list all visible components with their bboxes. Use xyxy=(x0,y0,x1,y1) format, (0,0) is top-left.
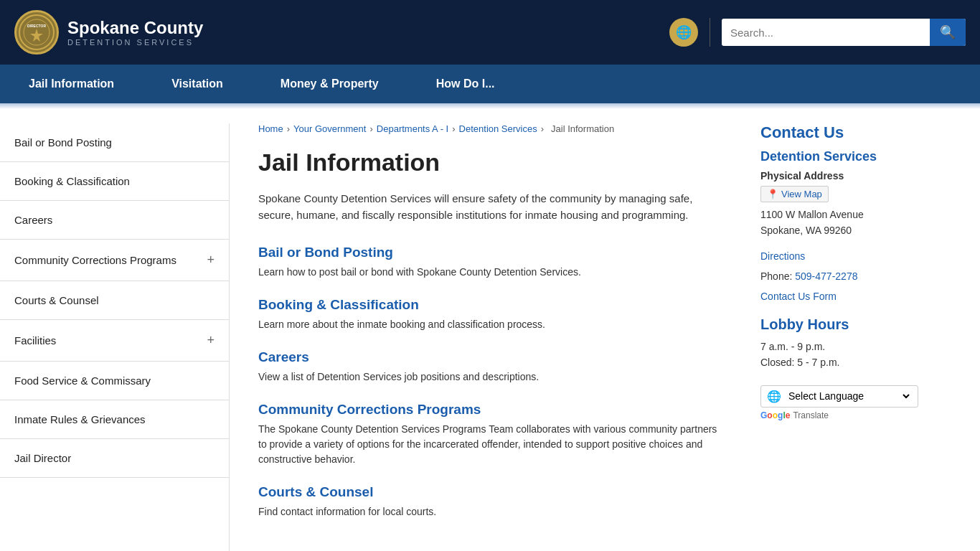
contact-dept: Detention Services xyxy=(760,149,933,164)
language-select[interactable]: Select Language xyxy=(786,390,912,402)
svg-text:DIRECTOR: DIRECTOR xyxy=(27,24,46,28)
search-input[interactable] xyxy=(722,21,930,44)
header: DIRECTOR Spokane County DETENTION SERVIC… xyxy=(0,0,980,109)
search-box: 🔍 xyxy=(722,19,966,46)
sidebar-item-courts[interactable]: Courts & Counsel xyxy=(0,281,229,320)
sidebar-item-jail-director[interactable]: Jail Director xyxy=(0,439,229,478)
breadcrumb-your-government[interactable]: Your Government xyxy=(293,123,366,134)
breadcrumb-home[interactable]: Home xyxy=(258,123,283,134)
intro-text: Spokane County Detention Services will e… xyxy=(258,191,725,223)
translate-label: Translate xyxy=(793,410,829,420)
section-booking-desc: Learn more about the inmate booking and … xyxy=(258,317,725,332)
section-bail-bond-title[interactable]: Bail or Bond Posting xyxy=(258,245,725,260)
nav-item-money-property[interactable]: Money & Property xyxy=(252,65,407,103)
sidebar-item-label: Facilities xyxy=(14,334,56,347)
nav-item-visitation[interactable]: Visitation xyxy=(143,65,252,103)
translate-box: 🌐 Select Language Google Translate xyxy=(760,385,933,420)
translate-select[interactable]: 🌐 Select Language xyxy=(760,385,918,408)
sidebar-item-careers[interactable]: Careers xyxy=(0,201,229,240)
section-courts-title[interactable]: Courts & Counsel xyxy=(258,484,725,500)
contact-form-link[interactable]: Contact Us Form xyxy=(760,291,933,302)
logo-text: Spokane County DETENTION SERVICES xyxy=(67,18,203,47)
phone-label: Phone: xyxy=(760,270,792,282)
section-careers-title[interactable]: Careers xyxy=(258,349,725,365)
phone-number[interactable]: 509-477-2278 xyxy=(795,270,857,282)
sidebar-item-label: Food Service & Commissary xyxy=(14,375,151,387)
page-title: Jail Information xyxy=(258,149,725,176)
map-pin-icon: 📍 xyxy=(767,189,778,199)
address-line1: 1100 W Mallon Avenue xyxy=(760,209,864,220)
address-line2: Spokane, WA 99260 xyxy=(760,225,852,236)
globe-icon[interactable]: 🌐 xyxy=(669,18,698,47)
view-map-button[interactable]: 📍 View Map xyxy=(760,186,829,202)
header-right: 🌐 🔍 xyxy=(669,18,966,47)
sidebar-item-label: Community Corrections Programs xyxy=(14,254,176,266)
address-text: 1100 W Mallon Avenue Spokane, WA 99260 xyxy=(760,207,933,239)
expand-icon: + xyxy=(207,253,215,268)
section-bail-bond-desc: Learn how to post bail or bond with Spok… xyxy=(258,265,725,280)
section-community-desc: The Spokane County Detention Services Pr… xyxy=(258,422,725,467)
logo-area: DIRECTOR Spokane County DETENTION SERVIC… xyxy=(14,10,203,55)
badge-icon: DIRECTOR xyxy=(14,10,59,55)
sidebar-item-booking[interactable]: Booking & Classification xyxy=(0,162,229,201)
sidebar-item-label: Inmate Rules & Grievances xyxy=(14,413,146,425)
page-layout: Bail or Bond Posting Booking & Classific… xyxy=(0,109,980,551)
sidebar-item-food-service[interactable]: Food Service & Commissary xyxy=(0,362,229,400)
contact-title: Contact Us xyxy=(760,123,933,142)
county-name: Spokane County xyxy=(67,18,203,38)
physical-label: Physical Address xyxy=(760,170,933,182)
sidebar-item-label: Careers xyxy=(14,214,52,226)
expand-icon: + xyxy=(207,333,215,348)
directions-link[interactable]: Directions xyxy=(760,250,933,262)
nav-item-how-do-i[interactable]: How Do I... xyxy=(407,65,524,103)
breadcrumb-sep: › xyxy=(369,123,372,134)
right-panel: Contact Us Detention Services Physical A… xyxy=(746,123,947,551)
google-logo: Google xyxy=(760,410,790,420)
lobby-hours: 7 a.m. - 9 p.m. Closed: 5 - 7 p.m. xyxy=(760,339,933,371)
gradient-strip xyxy=(0,103,980,109)
sidebar-item-label: Booking & Classification xyxy=(14,175,130,187)
breadcrumb-detention[interactable]: Detention Services xyxy=(459,123,537,134)
sidebar-item-inmate-rules[interactable]: Inmate Rules & Grievances xyxy=(0,400,229,439)
breadcrumb-sep: › xyxy=(452,123,455,134)
section-careers-desc: View a list of Detention Services job po… xyxy=(258,369,725,385)
sidebar-item-bail-bond[interactable]: Bail or Bond Posting xyxy=(0,123,229,162)
lobby-title: Lobby Hours xyxy=(760,316,933,333)
google-translate-label: Google Translate xyxy=(760,410,829,420)
sidebar: Bail or Bond Posting Booking & Classific… xyxy=(0,123,230,551)
phone-row: Phone: 509-477-2278 xyxy=(760,270,933,282)
section-courts-desc: Find contact information for local court… xyxy=(258,504,725,519)
breadcrumb-current: Jail Information xyxy=(551,123,614,134)
section-booking-title[interactable]: Booking & Classification xyxy=(258,297,725,313)
sidebar-item-label: Bail or Bond Posting xyxy=(14,136,112,149)
breadcrumb: Home › Your Government › Departments A -… xyxy=(258,123,725,134)
search-button[interactable]: 🔍 xyxy=(930,19,966,46)
sidebar-item-community-corrections[interactable]: Community Corrections Programs + xyxy=(0,240,229,281)
nav-item-jail-info[interactable]: Jail Information xyxy=(0,65,143,103)
nav-bar: Jail Information Visitation Money & Prop… xyxy=(0,65,980,103)
header-divider xyxy=(710,18,710,47)
sidebar-item-facilities[interactable]: Facilities + xyxy=(0,320,229,362)
view-map-label: View Map xyxy=(781,189,822,199)
breadcrumb-departments[interactable]: Departments A - I xyxy=(377,123,448,134)
dept-name: DETENTION SERVICES xyxy=(67,38,203,47)
breadcrumb-sep: › xyxy=(541,123,544,134)
lobby-hours-line2: Closed: 5 - 7 p.m. xyxy=(760,354,933,370)
sidebar-item-label: Courts & Counsel xyxy=(14,294,99,306)
lobby-hours-line1: 7 a.m. - 9 p.m. xyxy=(760,339,933,354)
header-top: DIRECTOR Spokane County DETENTION SERVIC… xyxy=(0,0,980,65)
main-content: Home › Your Government › Departments A -… xyxy=(230,123,746,551)
breadcrumb-sep: › xyxy=(287,123,290,134)
translate-icon: 🌐 xyxy=(767,390,781,403)
sidebar-item-label: Jail Director xyxy=(14,452,71,464)
section-community-title[interactable]: Community Corrections Programs xyxy=(258,402,725,418)
